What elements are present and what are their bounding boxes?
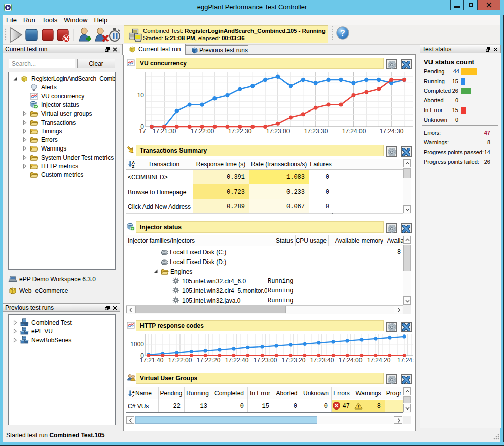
- svg-text:1000: 1000: [130, 341, 144, 348]
- svg-text:17:24:4: 17:24:4: [397, 357, 414, 364]
- svg-text:17:23:00: 17:23:00: [266, 128, 290, 135]
- svg-text:17:24:30: 17:24:30: [380, 128, 404, 135]
- svg-text:17:22:00: 17:22:00: [168, 357, 192, 364]
- svg-text:Z: Z: [132, 164, 135, 168]
- svg-text:17:23:40: 17:23:40: [310, 357, 334, 364]
- svg-text:?: ?: [340, 29, 345, 38]
- svg-text:17:21:30: 17:21:30: [153, 128, 176, 135]
- svg-text:Z: Z: [132, 394, 135, 398]
- svg-text:17:22:40: 17:22:40: [225, 357, 249, 364]
- svg-text:17:24:00: 17:24:00: [339, 357, 363, 364]
- svg-text:17: 17: [139, 128, 146, 135]
- svg-text:17:24:00: 17:24:00: [342, 128, 366, 135]
- svg-text:17:23:30: 17:23:30: [304, 128, 328, 135]
- svg-text:17:22:00: 17:22:00: [191, 128, 214, 135]
- svg-text:17:24:20: 17:24:20: [367, 357, 391, 364]
- svg-text:17:21:40: 17:21:40: [140, 357, 164, 364]
- svg-text:17:22:20: 17:22:20: [197, 357, 221, 364]
- svg-text:10: 10: [137, 92, 145, 99]
- svg-text:17:23:20: 17:23:20: [282, 357, 306, 364]
- svg-text:17:23:00: 17:23:00: [254, 357, 277, 364]
- svg-text:17:22:30: 17:22:30: [228, 128, 252, 135]
